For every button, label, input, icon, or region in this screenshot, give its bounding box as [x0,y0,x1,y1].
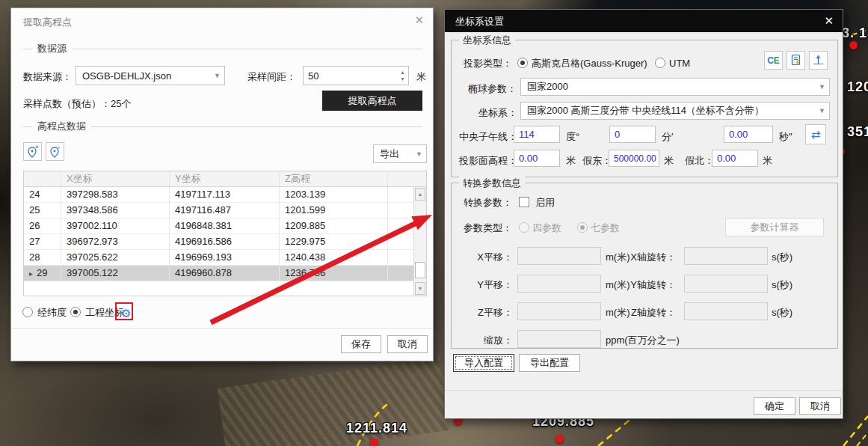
x-shift-input[interactable] [517,247,601,265]
header-index [24,171,61,186]
radio-latlon[interactable] [22,307,33,317]
radio-utm-label[interactable]: UTM [669,57,690,70]
y-shift-input[interactable] [517,275,601,293]
coordinate-settings-gear-icon[interactable]: ⚙ [121,308,131,319]
table-scrollbar[interactable]: ▲ ▼ [413,187,426,296]
header-filler [388,171,414,186]
header-y[interactable]: Y坐标 [170,171,280,186]
radio-engineering[interactable] [70,307,81,317]
spinner-arrows-icon[interactable]: ▲▼ [400,70,405,82]
export-config-button[interactable]: 导出配置 [519,354,580,372]
radio-latlon-label[interactable]: 经纬度 [37,306,67,319]
x-shift-label: X平移： [458,251,513,263]
false-east-input[interactable]: 500000.00 [609,150,659,167]
radio-four-params-label[interactable]: 四参数 [532,222,561,234]
false-north-label: 假北： [685,154,714,167]
extract-button[interactable]: 提取高程点 [322,91,422,111]
map-point-marker [555,435,564,443]
meridian-min-input[interactable]: 0 [609,126,656,143]
remove-point-button[interactable]: - [46,142,64,161]
epsg-search-button[interactable]: CE [764,51,783,70]
save-button[interactable]: 保存 [341,335,381,353]
elev-unit: 米 [566,154,576,167]
false-north-input[interactable]: 0.00 [712,150,758,167]
close-icon[interactable]: ✕ [824,15,834,26]
import-prj-button[interactable] [787,51,805,70]
crs-select[interactable]: 国家2000 高斯三度分带 中央经线114（坐标不含分带） ▼ [520,102,830,120]
scale-unit: ppm(百万分之一) [606,334,680,346]
meridian-sec-input[interactable]: 0.00 [724,126,773,143]
spacing-input[interactable]: 50 ▲▼ [303,66,409,85]
ellipsoid-select[interactable]: 国家2000 ▼ [520,78,830,96]
crs-value: 国家2000 高斯三度分带 中央经线114（坐标不含分带） [527,104,764,117]
z-rot-unit: s(秒) [772,306,792,319]
footer-divider [11,328,433,329]
crs-info-group: 坐标系信息 投影类型： 高斯克吕格(Gauss-Kruger) UTM CE [451,40,838,177]
header-z[interactable]: Z高程 [280,171,388,186]
chevron-down-icon: ▼ [819,107,825,114]
min-unit: 分′ [662,130,673,143]
scroll-thumb[interactable] [415,262,425,278]
cancel-button[interactable]: 取消 [387,335,428,353]
z-shift-label: Z平移： [458,306,513,319]
scroll-up-icon[interactable]: ▲ [415,188,425,201]
section-datasource: 数据源 [23,43,422,55]
scale-label: 缩放： [458,334,513,346]
extract-elevation-dialog: 提取高程点 ✕ 数据源 数据来源： OSGB-DEHLJX.json ▼ 采样间… [10,7,434,361]
z-shift-input[interactable] [517,302,601,320]
radio-seven-params-label[interactable]: 七参数 [591,222,620,234]
table-row[interactable]: 28 397025.622 4196969.193 1240.438 [24,250,426,266]
param-calculator-button[interactable]: 参数计算器 [725,218,824,236]
table-header-row: X坐标 Y坐标 Z高程 [24,171,426,187]
y-rot-input[interactable] [684,275,768,293]
cancel-button[interactable]: 取消 [799,397,841,415]
meridian-deg-input[interactable]: 114 [514,126,560,143]
y-shift-label: Y平移： [458,278,513,291]
elevation-label-partial: 3. 13 [842,25,868,41]
radio-gauss-kruger-label[interactable]: 高斯克吕格(Gauss-Kruger) [532,57,647,70]
transform-params-group: 转换参数信息 转换参数： 启用 参数类型： 四参数 七参数 参数计算器 X平移：… [451,183,838,349]
import-config-button[interactable]: 导入配置 [453,354,514,372]
add-point-button[interactable]: + [23,142,42,161]
radio-gauss-kruger[interactable] [517,58,528,68]
x-rot-input[interactable] [684,247,768,265]
svg-text:-: - [58,145,60,151]
elevation-label: 投影面高程： [459,154,517,167]
scale-input[interactable] [517,330,601,348]
radio-utm[interactable] [655,58,665,68]
estimate-text: 采样点数（预估）：25个 [23,97,131,110]
elevation-table: X坐标 Y坐标 Z高程 24 397298.583 4197117.113 12… [23,171,427,296]
enable-checkbox-label[interactable]: 启用 [535,196,555,209]
scroll-down-icon[interactable]: ▼ [415,282,425,295]
export-select[interactable]: 导出 ▼ [373,144,427,163]
source-select[interactable]: OSGB-DEHLJX.json ▼ [76,66,225,85]
epsg-search-icon: CE [767,55,780,66]
radio-seven-params[interactable] [577,222,588,233]
enable-label: 转换参数： [464,196,512,209]
swap-format-button[interactable]: ⇄ [805,124,826,144]
z-rot-input[interactable] [684,302,768,320]
spacing-label: 采样间距： [247,70,296,83]
enable-checkbox[interactable] [519,197,529,207]
crs-label: 坐标系： [478,106,517,119]
swap-arrows-icon: ⇄ [811,128,821,141]
screenshot-stage: 1211.814 1209.885 3. 13 120 351 提取高程点 ✕ … [0,0,868,446]
axis-adjust-button[interactable] [809,51,828,70]
table-row[interactable]: 24 397298.583 4197117.113 1203.139 [24,187,426,203]
table-row[interactable]: 27 396972.973 4196916.586 1229.975 [24,234,426,250]
x-rot-unit: s(秒) [772,251,792,263]
header-x[interactable]: X坐标 [61,171,170,186]
elevation-label: 1211.814 [346,421,407,436]
table-row[interactable]: 26 397002.110 4196848.381 1209.885 [24,219,426,234]
ok-button[interactable]: 确定 [754,397,795,415]
table-row-selected[interactable]: ▸29 397005.122 4196960.878 1236.786 [24,266,426,281]
y-rot-unit: s(秒) [772,278,792,291]
spacing-value: 50 [308,70,318,82]
section-label: 数据源 [37,42,67,55]
table-row[interactable]: 25 397348.586 4197116.487 1201.599 [24,203,426,219]
close-icon[interactable]: ✕ [414,14,424,25]
source-value: OSGB-DEHLJX.json [82,70,171,82]
elevation-input[interactable]: 0.00 [514,150,560,167]
radio-engineering-label[interactable]: 工程坐标 [85,306,124,319]
radio-four-params[interactable] [519,222,529,233]
